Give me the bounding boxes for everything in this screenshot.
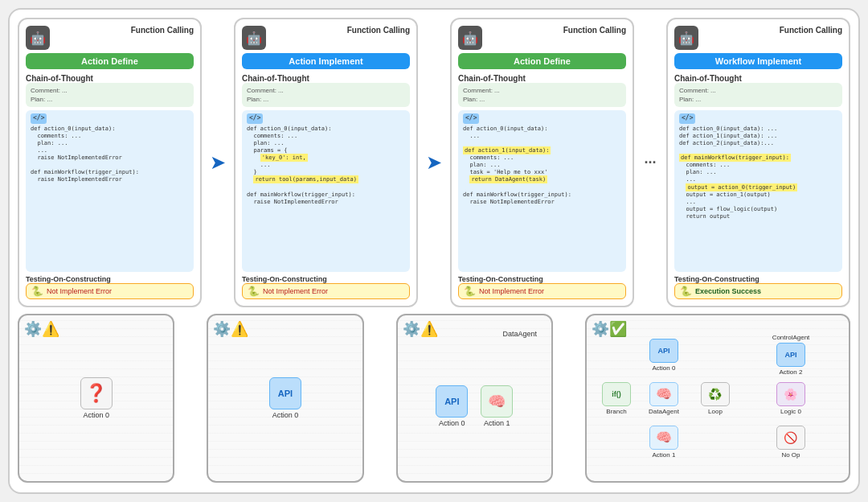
node-box-action0-1: ❓ Action 0 bbox=[80, 377, 113, 419]
gear-badge-3: ⚙️⚠️ bbox=[403, 320, 438, 338]
card-3: 🤖 Function Calling Action Define Chain-o… bbox=[450, 18, 634, 307]
chain-thought-label-4: Chain-of-Thought bbox=[674, 74, 842, 83]
card-2: 🤖 Function Calling Action Implement Chai… bbox=[234, 18, 418, 307]
arrow-1: ➤ bbox=[207, 18, 229, 307]
python-icon-3: 🐍 bbox=[464, 286, 476, 297]
wf-node-action0: API Action 0 bbox=[649, 339, 678, 372]
bottom-card-4: ⚙️✅ API Action 0 ControlAgent API Action… bbox=[585, 314, 850, 483]
wf-node-action1: 🧠 Action 1 bbox=[649, 426, 678, 459]
top-row: 🤖 Function Calling Action Define Chain-o… bbox=[18, 18, 850, 307]
error-text-1: Not Implement Error bbox=[47, 287, 112, 295]
robot-icon-1: 🤖 bbox=[26, 26, 50, 50]
bottom-card-2: ⚙️⚠️ API Action 0 bbox=[207, 314, 363, 483]
bottom-card-grid-2: API Action 0 bbox=[215, 322, 355, 475]
code-tag-1: </> bbox=[31, 113, 47, 123]
workflow-implement-btn[interactable]: Workflow Implement bbox=[674, 53, 842, 69]
function-calling-label-4: Function Calling bbox=[780, 26, 842, 35]
action0-label-1: Action 0 bbox=[83, 411, 109, 419]
action-define-btn-1[interactable]: Action Define bbox=[26, 53, 194, 69]
wf-node-control: ControlAgent API Action 2 bbox=[772, 334, 810, 376]
node-box-action1-3: 🧠 Action 1 bbox=[481, 385, 513, 427]
robot-icon-2: 🤖 bbox=[242, 26, 266, 50]
code-tag-3: </> bbox=[463, 113, 479, 123]
robot-icon-4: 🤖 bbox=[674, 26, 698, 50]
code-tag-2: </> bbox=[247, 113, 263, 123]
error-text-2: Not Implement Error bbox=[263, 287, 328, 295]
chain-thought-label-3: Chain-of-Thought bbox=[458, 74, 626, 83]
code-box-1: </> def action_0(input_data): comments: … bbox=[26, 110, 194, 272]
error-badge-3: 🐍 Not Implement Error bbox=[458, 283, 626, 299]
logic-icon: 🌸 bbox=[776, 382, 805, 406]
wf-logic-label: Logic 0 bbox=[780, 408, 801, 415]
question-icon: ❓ bbox=[80, 377, 113, 409]
api-icon-3: API bbox=[436, 385, 468, 418]
testing-label-2: Testing-On-Constructing bbox=[242, 275, 410, 283]
function-calling-label-3: Function Calling bbox=[563, 26, 626, 35]
testing-label-1: Testing-On-Constructing bbox=[26, 275, 194, 283]
thought-box-3: Comment: ...Plan: ... bbox=[458, 83, 626, 107]
wf-action1-label: Action 1 bbox=[653, 451, 676, 459]
dataagent-icon: 🧠 bbox=[649, 382, 678, 406]
error-badge-2: 🐍 Not Implement Error bbox=[242, 283, 410, 299]
success-text-4: Execution Success bbox=[695, 287, 761, 295]
wf-control-label-top: ControlAgent bbox=[772, 334, 810, 341]
loop-icon: ♻️ bbox=[701, 382, 730, 406]
wf-node-loop: ♻️ Loop bbox=[701, 382, 730, 415]
code-box-3: </> def action_0(input_data): ... def ac… bbox=[458, 110, 626, 272]
testing-label-4: Testing-On-Constructing bbox=[674, 275, 842, 283]
bottom-card-1: ⚙️⚠️ ❓ Action 0 bbox=[18, 314, 174, 483]
bottom-card-3: ⚙️⚠️ DataAgent API Action 0 🧠 Action 1 bbox=[396, 314, 553, 483]
data-agent-label-3: DataAgent bbox=[502, 330, 537, 338]
wf-node-branch: if() Branch bbox=[602, 382, 631, 415]
node-box-action0-2: API Action 0 bbox=[269, 377, 301, 419]
wf-node-logic: 🌸 Logic 0 bbox=[776, 382, 805, 415]
thought-box-1: Comment: ...Plan: ... bbox=[26, 83, 194, 107]
robot-icon-3: 🤖 bbox=[458, 26, 482, 50]
wf-action2-label: Action 2 bbox=[780, 368, 803, 376]
wf-node-noop: 🚫 No Op bbox=[776, 426, 805, 459]
python-icon-1: 🐍 bbox=[31, 286, 43, 297]
function-calling-label-2: Function Calling bbox=[347, 26, 410, 35]
action0-label-2: Action 0 bbox=[272, 411, 299, 419]
api-icon-wf-1: API bbox=[649, 339, 678, 363]
code-box-4: </> def action_0(input_data): ... def ac… bbox=[674, 110, 842, 272]
main-container: 🤖 Function Calling Action Define Chain-o… bbox=[8, 8, 860, 494]
card-1: 🤖 Function Calling Action Define Chain-o… bbox=[18, 18, 202, 307]
action1-icon: 🧠 bbox=[649, 426, 678, 450]
error-text-3: Not Implement Error bbox=[479, 287, 544, 295]
node-box-action0-3: API Action 0 bbox=[436, 385, 468, 427]
wf-action0-label: Action 0 bbox=[653, 364, 676, 372]
data-agent-icon-3: 🧠 bbox=[481, 385, 513, 418]
chain-thought-label-1: Chain-of-Thought bbox=[26, 74, 194, 83]
code-box-2: </> def action_0(input_data): comments: … bbox=[242, 110, 410, 272]
error-badge-1: 🐍 Not Implement Error bbox=[26, 283, 194, 299]
chain-thought-label-2: Chain-of-Thought bbox=[242, 74, 410, 83]
gear-badge-1: ⚙️⚠️ bbox=[24, 320, 59, 338]
action1-label-3: Action 1 bbox=[484, 419, 510, 427]
wf-noop-label: No Op bbox=[781, 451, 800, 459]
thought-box-4: Comment: ...Plan: ... bbox=[674, 83, 842, 107]
api-icon-2: API bbox=[269, 377, 301, 409]
python-icon-2: 🐍 bbox=[248, 286, 260, 297]
arrow-2: ➤ bbox=[423, 18, 445, 307]
code-tag-4: </> bbox=[679, 113, 695, 123]
dots: ··· bbox=[639, 18, 661, 307]
thought-box-2: Comment: ...Plan: ... bbox=[242, 83, 410, 107]
wf-dataagent-label: DataAgent bbox=[649, 408, 679, 415]
noop-icon: 🚫 bbox=[776, 426, 805, 450]
function-calling-label-1: Function Calling bbox=[131, 26, 194, 35]
gear-badge-2: ⚙️⚠️ bbox=[213, 320, 248, 338]
card-4: 🤖 Function Calling Workflow Implement Ch… bbox=[666, 18, 850, 307]
action-define-btn-3[interactable]: Action Define bbox=[458, 53, 626, 69]
success-badge-4: 🐍 Execution Success bbox=[674, 283, 842, 299]
python-icon-4: 🐍 bbox=[680, 286, 692, 297]
wf-node-dataagent: 🧠 DataAgent bbox=[649, 382, 679, 415]
action-implement-btn-2[interactable]: Action Implement bbox=[242, 53, 410, 69]
bottom-row: ⚙️⚠️ ❓ Action 0 ⚙️⚠️ API Action 0 bbox=[18, 314, 850, 483]
action0-label-3: Action 0 bbox=[439, 419, 465, 427]
branch-icon: if() bbox=[602, 382, 631, 406]
wf-loop-label: Loop bbox=[708, 408, 723, 415]
testing-label-3: Testing-On-Constructing bbox=[458, 275, 626, 283]
bottom-card-grid-1: ❓ Action 0 bbox=[26, 322, 166, 475]
wf-branch-label: Branch bbox=[606, 408, 626, 415]
